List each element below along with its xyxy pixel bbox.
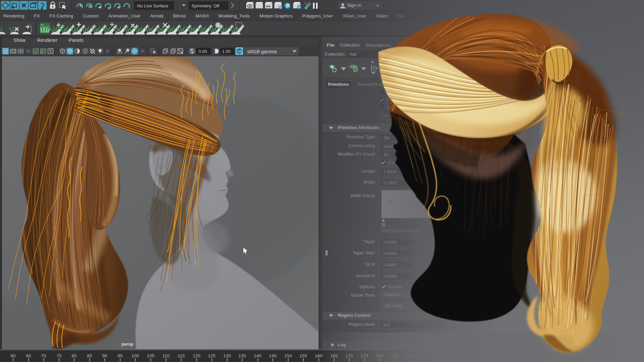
svg-text:80: 80 — [71, 353, 76, 358]
svg-text:110: 110 — [162, 353, 170, 358]
svg-text:75: 75 — [56, 353, 61, 358]
svg-text:70: 70 — [41, 353, 46, 358]
svg-text:120: 120 — [193, 353, 201, 358]
svg-text:85: 85 — [87, 353, 92, 358]
svg-text:60: 60 — [10, 353, 15, 358]
svg-text:90: 90 — [102, 353, 107, 358]
svg-text:105: 105 — [147, 353, 155, 358]
svg-text:0.00: 0.00 — [199, 49, 207, 54]
svg-text:140: 140 — [254, 353, 262, 358]
svg-text:150: 150 — [284, 353, 292, 358]
svg-text:ON: ON — [237, 50, 241, 53]
svg-text:145: 145 — [269, 353, 277, 358]
svg-text:155: 155 — [300, 353, 307, 358]
svg-text:95: 95 — [117, 353, 122, 358]
svg-text:IPR: IPR — [266, 5, 271, 8]
svg-text:135: 135 — [238, 353, 246, 358]
svg-text:130: 130 — [223, 353, 231, 358]
svg-text:persp: persp — [121, 342, 133, 347]
svg-text:T: T — [49, 49, 52, 53]
svg-text:100: 100 — [131, 353, 139, 358]
svg-text:1.00: 1.00 — [222, 49, 230, 54]
svg-text:125: 125 — [208, 353, 216, 358]
svg-text:sRGB gamma: sRGB gamma — [247, 49, 277, 54]
svg-text:65: 65 — [26, 353, 31, 358]
svg-text:115: 115 — [177, 353, 185, 358]
